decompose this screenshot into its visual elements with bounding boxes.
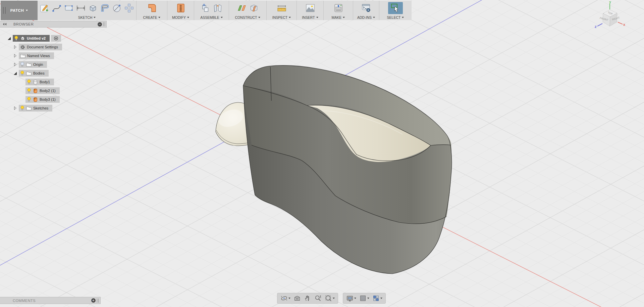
offset-plane-button[interactable] bbox=[236, 2, 248, 14]
tree-row-body2[interactable]: Body2 (1) bbox=[25, 87, 107, 94]
folder-icon bbox=[26, 71, 32, 76]
rectangle-button[interactable] bbox=[63, 2, 74, 14]
make-menu[interactable]: MAKE bbox=[332, 15, 345, 20]
expanded-icon[interactable] bbox=[13, 71, 17, 76]
measure-button[interactable] bbox=[275, 2, 288, 14]
modify-menu[interactable]: MODIFY bbox=[172, 15, 189, 20]
inspect-menu[interactable]: INSPECT bbox=[272, 15, 291, 20]
move-copy-button[interactable] bbox=[123, 2, 135, 14]
insert-button[interactable] bbox=[304, 2, 317, 14]
minus-circle-icon[interactable]: − bbox=[98, 22, 102, 27]
offset-button[interactable] bbox=[99, 2, 111, 14]
collapsed-icon[interactable] bbox=[13, 45, 17, 49]
model-surface-band[interactable] bbox=[243, 65, 452, 274]
chevron-down-icon bbox=[367, 298, 369, 299]
insert-image-icon bbox=[305, 3, 316, 13]
tree-item[interactable]: Body1 bbox=[25, 79, 54, 85]
collapsed-icon[interactable] bbox=[13, 62, 17, 67]
tree-item[interactable]: Body2 (1) bbox=[25, 87, 60, 94]
select-menu[interactable]: SELECT bbox=[387, 15, 404, 20]
toolbar-section-modify: MODIFY bbox=[167, 1, 194, 20]
sketch-menu[interactable]: SKETCH bbox=[78, 15, 96, 20]
workspace-switcher[interactable]: PATCH bbox=[1, 1, 38, 20]
tree-item[interactable]: Sketches bbox=[19, 105, 52, 112]
construct-menu[interactable]: CONSTRUCT bbox=[235, 15, 261, 20]
viewcube[interactable]: Y X Z TOP FRONT RIGHT bbox=[594, 1, 627, 36]
extrude-button[interactable] bbox=[87, 2, 99, 14]
drag-grip[interactable] bbox=[97, 299, 99, 303]
make-button[interactable] bbox=[332, 2, 345, 14]
move-copy-icon bbox=[124, 3, 134, 13]
plus-circle-icon[interactable]: + bbox=[91, 298, 96, 303]
create-sketch-button[interactable] bbox=[39, 2, 50, 14]
toolbar-grip[interactable] bbox=[3, 7, 6, 14]
collapse-panel-icon[interactable] bbox=[3, 23, 7, 26]
insert-menu[interactable]: INSERT bbox=[302, 15, 318, 20]
bulb-on-icon[interactable] bbox=[20, 105, 24, 111]
surface-body-icon bbox=[33, 88, 38, 93]
assemble-menu[interactable]: ASSEMBLE bbox=[200, 15, 223, 20]
bulb-on-icon[interactable] bbox=[27, 88, 31, 93]
zoom-button[interactable] bbox=[313, 294, 323, 303]
tree-row-origin[interactable]: Origin bbox=[13, 61, 107, 68]
midplane-button[interactable] bbox=[248, 2, 260, 14]
look-at-icon bbox=[293, 295, 301, 302]
sketch-dimension-button[interactable] bbox=[75, 2, 87, 14]
collapsed-icon[interactable] bbox=[13, 106, 17, 111]
activate-component-radio[interactable] bbox=[51, 35, 61, 42]
main-toolbar: PATCH bbox=[1, 1, 412, 20]
bulb-on-icon[interactable] bbox=[27, 79, 31, 85]
look-at-button[interactable] bbox=[292, 294, 302, 303]
tree-row-untitled-v2[interactable]: Untitled v2 bbox=[7, 35, 107, 42]
stitch-button[interactable] bbox=[174, 2, 187, 14]
pan-button[interactable] bbox=[303, 294, 312, 303]
tree-row-document-settings[interactable]: Document Settings bbox=[13, 44, 107, 50]
bulb-off-icon[interactable] bbox=[20, 62, 24, 67]
select-icon bbox=[390, 3, 401, 13]
browser-header[interactable]: BROWSER − bbox=[0, 21, 107, 28]
tree-item-label: Body1 bbox=[40, 80, 50, 84]
select-button[interactable] bbox=[388, 2, 403, 14]
spline-button[interactable] bbox=[51, 2, 62, 14]
toolbar-section-create: CREATE bbox=[137, 1, 167, 20]
tree-item[interactable]: Named Views bbox=[19, 52, 54, 59]
tree-item[interactable]: Untitled v2 bbox=[13, 35, 50, 42]
orbit-button[interactable] bbox=[279, 294, 291, 303]
joint-button[interactable] bbox=[212, 2, 223, 14]
collapsed-icon[interactable] bbox=[13, 53, 17, 58]
tree-row-body3[interactable]: Body3 (1) bbox=[25, 96, 107, 103]
viewports-button[interactable] bbox=[371, 294, 383, 303]
create-menu[interactable]: CREATE bbox=[143, 15, 161, 20]
grid-display-button[interactable] bbox=[358, 294, 370, 303]
window-zoom-button[interactable] bbox=[324, 294, 336, 303]
comments-panel[interactable]: COMMENTS + bbox=[0, 297, 101, 304]
patch-create-button[interactable] bbox=[145, 2, 159, 14]
measure-icon bbox=[276, 3, 287, 13]
new-component-button[interactable] bbox=[200, 2, 211, 14]
tree-row-bodies[interactable]: Bodies bbox=[13, 70, 107, 77]
bulb-on-icon[interactable] bbox=[14, 36, 18, 41]
tree-row-body1[interactable]: Body1 bbox=[25, 79, 107, 85]
expanded-icon[interactable] bbox=[7, 36, 11, 41]
tree-item[interactable]: Origin bbox=[19, 61, 47, 68]
comments-title: COMMENTS bbox=[13, 299, 36, 303]
addins-button[interactable] bbox=[360, 2, 373, 14]
addins-menu[interactable]: ADD-INS bbox=[357, 15, 375, 20]
display-settings-icon bbox=[346, 295, 354, 302]
tree-row-named-views[interactable]: Named Views bbox=[13, 52, 107, 59]
tree-item-label: Untitled v2 bbox=[27, 36, 46, 40]
tree-item[interactable]: Document Settings bbox=[19, 44, 62, 50]
toolbar-section-insert: INSERT bbox=[297, 1, 324, 20]
display-settings-button[interactable] bbox=[345, 294, 357, 303]
sphere-button[interactable] bbox=[111, 2, 123, 14]
create-sketch-icon bbox=[40, 3, 50, 13]
tree-item[interactable]: Body3 (1) bbox=[25, 96, 60, 103]
bulb-on-icon[interactable] bbox=[20, 71, 24, 76]
tree-row-sketches[interactable]: Sketches bbox=[13, 105, 107, 112]
bulb-on-icon[interactable] bbox=[27, 97, 31, 102]
new-component-icon bbox=[201, 3, 211, 13]
stitch-icon bbox=[175, 3, 186, 13]
viewcube-x-label: X bbox=[623, 23, 625, 27]
tree-item[interactable]: Bodies bbox=[19, 70, 49, 77]
drag-grip[interactable] bbox=[103, 22, 105, 26]
